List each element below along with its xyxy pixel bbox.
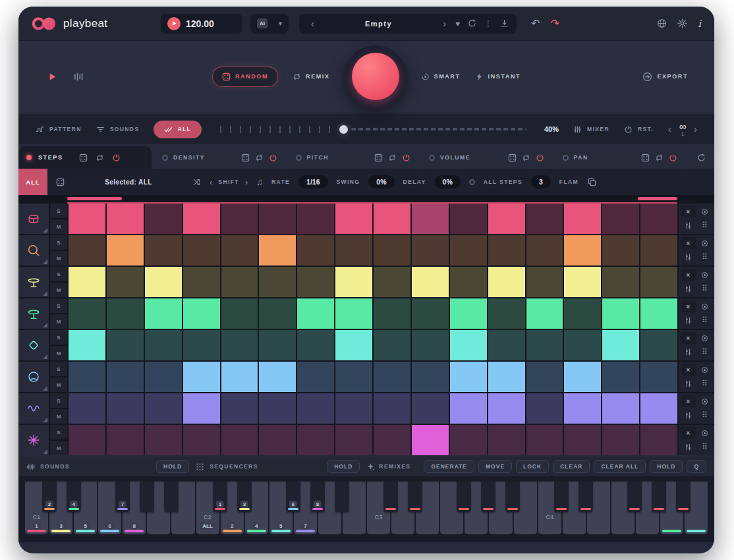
web-globe-icon[interactable] <box>657 18 667 28</box>
track-choke-dot-icon[interactable] <box>697 269 712 281</box>
step-cell-5[interactable] <box>221 425 258 455</box>
track-sliders-icon[interactable] <box>681 282 696 295</box>
step-cell-2[interactable] <box>107 267 144 297</box>
step-cell-10[interactable] <box>412 330 449 360</box>
step-cell-11[interactable] <box>450 425 487 455</box>
step-cell-5[interactable] <box>221 235 258 266</box>
all-steps-radio[interactable] <box>469 179 475 185</box>
step-cell-14[interactable] <box>564 330 601 360</box>
track-mute-button[interactable]: M <box>50 283 67 297</box>
step-cell-12[interactable] <box>488 235 525 266</box>
step-cell-8[interactable] <box>335 204 372 234</box>
shift-left-button[interactable]: ‹ <box>210 177 212 187</box>
step-cell-1[interactable] <box>69 425 105 455</box>
step-cell-4[interactable] <box>183 267 220 297</box>
step-cell-8[interactable] <box>335 425 372 455</box>
step-cell-12[interactable] <box>488 298 525 329</box>
step-cell-14[interactable] <box>564 393 601 424</box>
track-mute-button[interactable]: M <box>50 378 67 392</box>
track-choke-dot-icon[interactable] <box>697 237 712 249</box>
step-cell-9[interactable] <box>374 362 410 392</box>
step-cell-4[interactable] <box>183 425 220 455</box>
step-cell-10[interactable] <box>412 204 449 234</box>
step-cell-3[interactable] <box>145 298 182 329</box>
track-solo-button[interactable]: S <box>50 393 67 408</box>
step-cell-7[interactable] <box>297 204 334 234</box>
step-cell-9[interactable] <box>374 204 410 234</box>
step-cell-2[interactable] <box>107 362 144 392</box>
step-cell-6[interactable] <box>259 204 296 234</box>
piano-black-key-5[interactable] <box>164 482 179 512</box>
track-expand-handle[interactable] <box>43 354 47 359</box>
piano-black-key-25[interactable] <box>652 482 666 512</box>
step-cell-2[interactable] <box>107 298 144 329</box>
step-cell-1[interactable] <box>69 267 105 297</box>
track-clear-button[interactable]: × <box>681 395 696 407</box>
loop-length-control[interactable]: ∞ 1 <box>679 121 687 137</box>
step-cell-3[interactable] <box>145 204 182 234</box>
steps-tab[interactable]: STEPS <box>18 146 152 169</box>
track-sliders-icon[interactable] <box>681 408 696 422</box>
step-cell-5[interactable] <box>221 204 258 234</box>
step-cell-9[interactable] <box>374 267 410 297</box>
step-cell-15[interactable] <box>602 393 639 424</box>
ai-dropdown[interactable]: AI ▾ <box>250 14 289 34</box>
sequencers-hold-button[interactable]: HOLD <box>327 460 360 473</box>
track-instrument-snare-icon[interactable] <box>18 235 49 266</box>
track-choke-dot-icon[interactable] <box>697 300 712 312</box>
track-drag-handle[interactable]: ⠿ <box>697 314 712 327</box>
track-mute-button[interactable]: M <box>50 251 67 266</box>
track-sliders-icon[interactable] <box>681 377 696 390</box>
piano-black-key-3[interactable]: 7 <box>115 482 130 512</box>
step-cell-12[interactable] <box>488 425 525 455</box>
track-mute-button[interactable]: M <box>50 409 67 424</box>
track-mute-button[interactable]: M <box>50 314 67 329</box>
step-cell-3[interactable] <box>145 362 182 392</box>
track-expand-handle[interactable] <box>43 323 47 327</box>
undo-button[interactable]: ↶ <box>531 17 540 30</box>
track-instrument-hihat-icon[interactable] <box>18 267 49 297</box>
step-cell-10[interactable] <box>412 425 449 455</box>
save-download-icon[interactable] <box>500 19 509 28</box>
step-cell-11[interactable] <box>450 298 487 329</box>
pattern-tab[interactable]: PATTERN <box>36 125 82 134</box>
piano-black-key-22[interactable] <box>579 482 593 512</box>
track-solo-button[interactable]: S <box>50 425 67 439</box>
density-dice-icon[interactable] <box>241 154 250 162</box>
step-cell-15[interactable] <box>602 425 639 455</box>
step-cell-4[interactable] <box>183 298 220 329</box>
step-cell-1[interactable] <box>69 362 105 392</box>
volume-dice-icon[interactable] <box>508 154 517 162</box>
generate-button[interactable]: GENERATE <box>424 460 474 473</box>
track-expand-handle[interactable] <box>43 449 47 454</box>
piano-black-key-21[interactable] <box>554 482 569 512</box>
step-cell-7[interactable] <box>297 235 334 266</box>
track-drag-handle[interactable]: ⠿ <box>697 219 712 232</box>
step-cell-1[interactable] <box>69 204 105 234</box>
step-cell-1[interactable] <box>69 298 105 329</box>
track-sliders-icon[interactable] <box>681 250 696 264</box>
step-cell-10[interactable] <box>412 267 449 297</box>
note-value-icon[interactable]: ♫ <box>256 177 263 187</box>
step-cell-15[interactable] <box>602 298 639 329</box>
step-cell-4[interactable] <box>183 204 220 234</box>
main-randomize-button[interactable] <box>352 53 399 100</box>
remixes-hold-button[interactable]: HOLD <box>650 460 683 473</box>
step-cell-7[interactable] <box>297 362 334 392</box>
track-sliders-icon[interactable] <box>681 345 696 358</box>
preset-menu-icon[interactable]: ⋮ <box>484 20 492 28</box>
step-cell-6[interactable] <box>259 298 296 329</box>
track-expand-handle[interactable] <box>43 260 47 264</box>
track-instrument-drum-icon[interactable] <box>18 204 49 234</box>
track-choke-dot-icon[interactable] <box>697 332 712 344</box>
step-cell-11[interactable] <box>450 235 487 266</box>
preset-name[interactable]: Empty <box>318 20 439 28</box>
density-power-icon[interactable] <box>269 154 277 162</box>
piano-black-key-19[interactable] <box>505 482 520 512</box>
pan-radio[interactable] <box>563 155 569 161</box>
step-cell-15[interactable] <box>602 204 639 234</box>
pitch-loop-icon[interactable] <box>388 154 397 162</box>
tab-volume[interactable]: VOLUME <box>421 146 552 169</box>
step-cell-2[interactable] <box>107 393 144 424</box>
step-cell-10[interactable] <box>412 298 449 329</box>
